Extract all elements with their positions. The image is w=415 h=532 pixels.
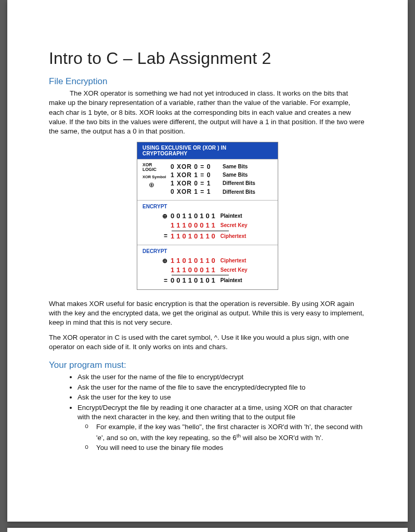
plaintext-bits: 00110101	[170, 276, 218, 285]
encrypt-row: ⊕ 00110101 Plaintext	[142, 211, 273, 221]
encrypt-op-xor: ⊕	[142, 212, 170, 220]
logic-row: 0 XOR 0 = 0 Same Bits	[171, 163, 273, 171]
logic-equation: 1 XOR 0 = 1	[171, 179, 223, 188]
xor-symbol-glyph: ⊕	[142, 181, 154, 189]
caret-paragraph: The XOR operator in C is used with the c…	[49, 333, 366, 352]
plaintext-label: Plaintext	[221, 277, 242, 284]
logic-label: Different Bits	[223, 189, 255, 196]
decrypt-op-xor: ⊕	[142, 257, 170, 265]
logic-label: Same Bits	[223, 171, 248, 179]
reversible-paragraph: What makes XOR useful for basic encrypti…	[49, 299, 366, 328]
logic-row: 1 XOR 1 = 0 Same Bits	[171, 171, 273, 179]
xor-logic-label-bottom: LOGIC	[142, 167, 157, 172]
secretkey-bits: 11100011	[170, 221, 218, 230]
xor-logic-label: XOR LOGIC	[142, 163, 171, 172]
encrypt-row: 11100011 Secret Key	[142, 221, 273, 230]
plaintext-bits: 00110101	[170, 211, 218, 221]
logic-equation: 0 XOR 1 = 1	[171, 188, 223, 196]
logic-label: Different Bits	[223, 180, 255, 187]
page-title: Intro to C – Lab Assignment 2	[49, 49, 366, 68]
ciphertext-label: Ciphertext	[221, 233, 246, 240]
list-item: Ask the user for the name of the file to…	[77, 383, 366, 392]
document-page: Intro to C – Lab Assignment 2 File Encry…	[7, 0, 408, 522]
logic-label: Same Bits	[223, 163, 248, 170]
list-item: Encrypt/Decrypt the file by reading it o…	[77, 403, 366, 453]
figure-encrypt-panel: ENCRYPT ⊕ 00110101 Plaintext 11100011 Se…	[137, 200, 278, 245]
logic-row: 1 XOR 0 = 1 Different Bits	[171, 179, 273, 188]
decrypt-row: 11100011 Secret Key	[142, 265, 273, 275]
xor-cryptography-figure: USING EXCLUSIVE OR (XOR ) IN CRYPTOGRAPH…	[137, 142, 278, 290]
secretkey-label: Secret Key	[221, 222, 248, 229]
divider-line	[172, 275, 229, 275]
encrypt-op-equals: =	[142, 232, 170, 240]
next-page-edge	[7, 528, 408, 532]
sub-list-item: You will need to use the binary file mod…	[96, 443, 366, 453]
figure-header: USING EXCLUSIVE OR (XOR ) IN CRYPTOGRAPH…	[137, 142, 278, 159]
ciphertext-bits: 11010110	[170, 232, 218, 241]
decrypt-title: DECRYPT	[142, 248, 273, 254]
ciphertext-label: Ciphertext	[221, 257, 246, 264]
logic-equation: 0 XOR 0 = 0	[171, 163, 223, 171]
secretkey-label: Secret Key	[221, 267, 248, 274]
xor-symbol-label: XOR Symbol	[142, 175, 171, 179]
section-heading-file-encryption: File Encryption	[49, 76, 366, 87]
requirements-list: Ask the user for the name of the file to…	[49, 373, 366, 453]
figure-logic-panel: XOR LOGIC XOR Symbol ⊕ 0 XOR 0 = 0 Same …	[137, 159, 278, 201]
logic-row: 0 XOR 1 = 1 Different Bits	[171, 188, 273, 196]
plaintext-label: Plaintext	[221, 212, 242, 220]
divider-line	[172, 231, 229, 231]
decrypt-row: = 00110101 Plaintext	[142, 276, 273, 285]
intro-paragraph: The XOR operator is something we had not…	[49, 89, 366, 137]
figure-decrypt-panel: DECRYPT ⊕ 11010110 Ciphertext 11100011 S…	[137, 245, 278, 289]
ciphertext-bits: 11010110	[170, 256, 218, 265]
encrypt-row: = 11010110 Ciphertext	[142, 232, 273, 241]
list-item-text: Encrypt/Decrypt the file by reading it o…	[77, 404, 352, 421]
ordinal-superscript: th	[237, 433, 241, 438]
encrypt-title: ENCRYPT	[142, 204, 273, 209]
list-item: Ask the user for the key to use	[77, 393, 366, 402]
decrypt-op-equals: =	[142, 276, 170, 285]
logic-equation: 1 XOR 1 = 0	[171, 171, 223, 179]
list-item: Ask the user for the name of the file to…	[77, 373, 366, 382]
sub-list: For example, if the key was "hello", the…	[77, 422, 366, 453]
sub-list-item: For example, if the key was "hello", the…	[96, 422, 366, 443]
secretkey-bits: 11100011	[170, 265, 218, 275]
decrypt-row: ⊕ 11010110 Ciphertext	[142, 256, 273, 265]
section-heading-requirements: Your program must:	[49, 360, 366, 370]
